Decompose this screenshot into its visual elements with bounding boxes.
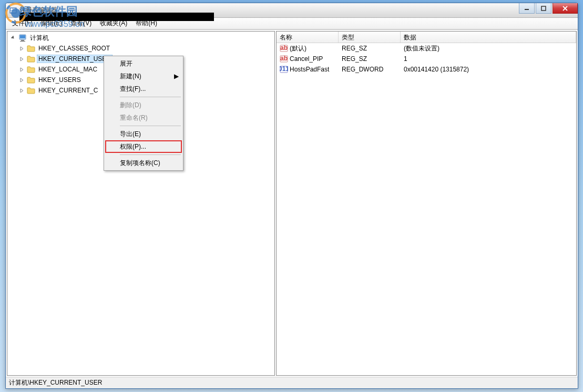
svg-text:ab: ab bbox=[280, 55, 288, 62]
svg-text:ab: ab bbox=[280, 44, 288, 51]
binary-value-icon: 011 bbox=[280, 65, 288, 74]
tree-label: HKEY_CURRENT_C bbox=[37, 86, 99, 95]
expander-icon[interactable] bbox=[18, 76, 25, 84]
submenu-arrow-icon: ▶ bbox=[174, 73, 179, 80]
minimize-button[interactable] bbox=[519, 3, 535, 14]
status-path: 计算机\HKEY_CURRENT_USER bbox=[9, 378, 102, 387]
context-menu: 展开 新建(N)▶ 查找(F)... 删除(D) 重命名(R) 导出(E) 权限… bbox=[104, 56, 183, 171]
window-buttons bbox=[519, 3, 578, 14]
statusbar: 计算机\HKEY_CURRENT_USER bbox=[6, 377, 578, 388]
computer-icon bbox=[18, 34, 27, 42]
value-type: REG_SZ bbox=[339, 45, 401, 52]
value-data: 0x00141420 (1315872) bbox=[401, 66, 576, 73]
svg-rect-11 bbox=[20, 41, 25, 42]
value-type: REG_SZ bbox=[339, 55, 401, 63]
registry-editor-window: 注册表编辑器 文件(F) 编辑(E) 查看(V) 收藏夹(A) 帮助(H) 计算… bbox=[5, 3, 578, 389]
app-icon bbox=[9, 6, 17, 15]
svg-text:011: 011 bbox=[280, 65, 288, 73]
expander-icon[interactable] bbox=[18, 87, 25, 94]
svg-rect-5 bbox=[541, 6, 546, 11]
list-pane[interactable]: 名称 类型 数据 ab (默认) REG_SZ (数值未设置) ab Cance… bbox=[276, 31, 577, 376]
string-value-icon: ab bbox=[280, 55, 288, 63]
folder-icon bbox=[27, 55, 35, 63]
list-row[interactable]: 011 HostsPadFast REG_DWORD 0x00141420 (1… bbox=[277, 64, 576, 75]
cm-separator bbox=[120, 154, 181, 155]
svg-rect-10 bbox=[21, 40, 24, 41]
tree-label: HKEY_CLASSES_ROOT bbox=[37, 44, 111, 53]
folder-icon bbox=[27, 66, 35, 73]
cm-expand[interactable]: 展开 bbox=[105, 57, 182, 70]
expander-icon[interactable] bbox=[18, 55, 25, 63]
tree-root-computer[interactable]: 计算机 bbox=[7, 33, 274, 43]
tree-label: 计算机 bbox=[28, 33, 50, 43]
folder-icon bbox=[27, 45, 35, 52]
expander-icon[interactable] bbox=[18, 66, 25, 73]
list-row[interactable]: ab Cancel_PIP REG_SZ 1 bbox=[277, 54, 576, 64]
cm-rename: 重命名(R) bbox=[105, 111, 182, 124]
cm-separator bbox=[120, 97, 181, 97]
cm-find[interactable]: 查找(F)... bbox=[105, 82, 182, 95]
string-value-icon: ab bbox=[280, 44, 288, 53]
maximize-button[interactable] bbox=[536, 3, 551, 14]
close-button[interactable] bbox=[553, 3, 578, 14]
svg-rect-2 bbox=[13, 8, 16, 10]
cm-export[interactable]: 导出(E) bbox=[105, 128, 182, 140]
value-type: REG_DWORD bbox=[339, 66, 401, 73]
value-name: HostsPadFast bbox=[290, 66, 329, 73]
cm-delete: 删除(D) bbox=[105, 99, 182, 111]
list-header: 名称 类型 数据 bbox=[277, 32, 576, 43]
cm-permissions[interactable]: 权限(P)... bbox=[105, 140, 182, 153]
tree-label: HKEY_LOCAL_MAC bbox=[37, 65, 99, 74]
tree-label: HKEY_USERS bbox=[37, 76, 83, 84]
redaction-bar bbox=[19, 13, 214, 21]
value-name: (默认) bbox=[290, 44, 306, 53]
folder-icon bbox=[27, 87, 35, 94]
column-data[interactable]: 数据 bbox=[401, 32, 576, 43]
svg-rect-9 bbox=[20, 35, 25, 38]
svg-rect-1 bbox=[11, 8, 13, 10]
value-name: Cancel_PIP bbox=[290, 55, 323, 63]
column-name[interactable]: 名称 bbox=[277, 32, 339, 43]
expander-icon[interactable] bbox=[18, 45, 25, 52]
expander-icon[interactable] bbox=[9, 34, 17, 42]
column-type[interactable]: 类型 bbox=[339, 32, 401, 43]
tree-label: HKEY_CURRENT_USER bbox=[37, 55, 112, 63]
cm-new[interactable]: 新建(N)▶ bbox=[105, 70, 182, 82]
folder-icon bbox=[27, 76, 35, 84]
cm-copy-key-name[interactable]: 复制项名称(C) bbox=[105, 157, 182, 169]
cm-separator bbox=[120, 126, 181, 126]
tree-node-hkcr[interactable]: HKEY_CLASSES_ROOT bbox=[7, 43, 274, 54]
content-area: 计算机 HKEY_CLASSES_ROOT HKEY_CURRENT_USER … bbox=[6, 29, 578, 377]
value-data: (数值未设置) bbox=[401, 44, 576, 53]
list-body: ab (默认) REG_SZ (数值未设置) ab Cancel_PIP REG… bbox=[277, 43, 576, 375]
list-row[interactable]: ab (默认) REG_SZ (数值未设置) bbox=[277, 43, 576, 54]
svg-rect-3 bbox=[11, 11, 16, 13]
value-data: 1 bbox=[401, 55, 576, 63]
